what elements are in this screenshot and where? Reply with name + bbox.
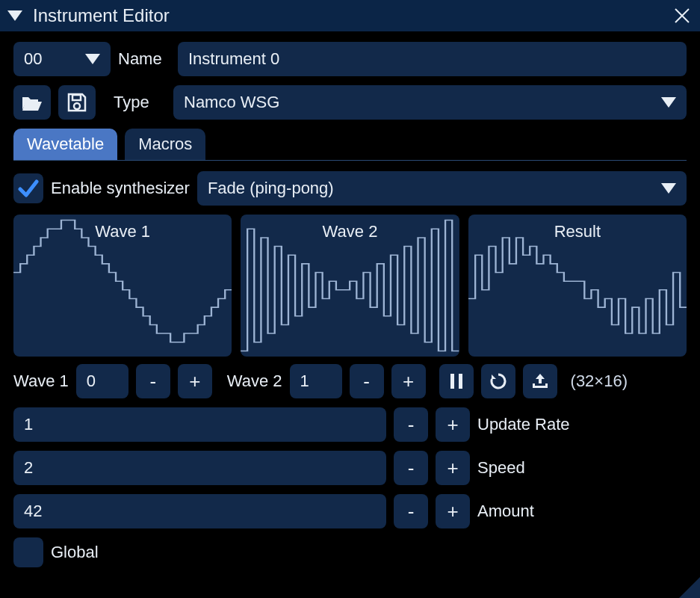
instrument-number-value: 00 bbox=[24, 49, 42, 69]
restart-icon bbox=[489, 372, 507, 390]
speed-label: Speed bbox=[477, 458, 687, 478]
wave1-plot bbox=[13, 215, 232, 357]
svg-rect-6 bbox=[545, 383, 548, 386]
global-checkbox[interactable] bbox=[13, 537, 43, 567]
save-button[interactable] bbox=[58, 85, 96, 120]
speed-minus-button[interactable]: - bbox=[394, 451, 428, 485]
wave-dims: (32×16) bbox=[571, 372, 628, 391]
svg-rect-3 bbox=[459, 374, 462, 389]
svg-rect-5 bbox=[533, 383, 535, 386]
global-label: Global bbox=[51, 543, 99, 562]
upload-icon bbox=[531, 372, 549, 390]
tab-macros[interactable]: Macros bbox=[125, 129, 205, 160]
amount-plus-button[interactable]: + bbox=[436, 494, 470, 528]
collapse-toggle[interactable] bbox=[7, 6, 22, 25]
wave1-value-input[interactable]: 0 bbox=[76, 364, 128, 398]
result-preview[interactable]: Result bbox=[468, 215, 687, 357]
wave1-label: Wave 1 bbox=[13, 372, 69, 391]
name-label: Name bbox=[118, 49, 170, 69]
amount-minus-button[interactable]: - bbox=[394, 494, 428, 528]
wave2-plot bbox=[241, 215, 459, 357]
upload-button[interactable] bbox=[523, 364, 557, 398]
type-label: Type bbox=[114, 93, 166, 112]
type-value: Namco WSG bbox=[184, 93, 279, 112]
wave1-plus-button[interactable]: + bbox=[178, 364, 212, 398]
wave1-value: 0 bbox=[87, 372, 96, 391]
amount-label: Amount bbox=[477, 502, 687, 521]
chevron-down-icon bbox=[661, 93, 676, 112]
instrument-number-select[interactable]: 00 bbox=[13, 42, 111, 76]
window-title: Instrument Editor bbox=[33, 5, 672, 26]
wave2-label: Wave 2 bbox=[227, 372, 282, 391]
tab-bar: Wavetable Macros bbox=[13, 129, 687, 161]
update-rate-minus-button[interactable]: - bbox=[394, 407, 428, 442]
tab-wavetable[interactable]: Wavetable bbox=[13, 129, 117, 160]
amount-input[interactable]: 42 bbox=[13, 494, 386, 528]
wave1-preview[interactable]: Wave 1 bbox=[13, 215, 232, 357]
enable-synth-checkbox[interactable] bbox=[13, 173, 43, 203]
update-rate-value: 1 bbox=[24, 415, 33, 434]
update-rate-plus-button[interactable]: + bbox=[436, 407, 470, 442]
wave2-value: 1 bbox=[300, 372, 309, 391]
check-icon bbox=[17, 177, 40, 200]
enable-synth-label: Enable synthesizer bbox=[51, 179, 190, 198]
wave1-minus-button[interactable]: - bbox=[136, 364, 170, 398]
close-button[interactable] bbox=[672, 5, 693, 26]
speed-input[interactable]: 2 bbox=[13, 451, 386, 485]
name-input[interactable]: Instrument 0 bbox=[178, 42, 687, 76]
pause-button[interactable] bbox=[439, 364, 474, 398]
name-value: Instrument 0 bbox=[188, 49, 279, 69]
restart-button[interactable] bbox=[481, 364, 515, 398]
update-rate-input[interactable]: 1 bbox=[13, 407, 386, 442]
svg-rect-0 bbox=[72, 95, 81, 100]
wave2-value-input[interactable]: 1 bbox=[290, 364, 342, 398]
update-rate-label: Update Rate bbox=[477, 415, 687, 434]
speed-plus-button[interactable]: + bbox=[436, 451, 470, 485]
svg-point-1 bbox=[74, 103, 80, 109]
svg-rect-2 bbox=[450, 374, 454, 389]
save-icon bbox=[67, 93, 87, 112]
titlebar: Instrument Editor bbox=[0, 0, 700, 31]
chevron-down-icon bbox=[85, 49, 100, 69]
type-select[interactable]: Namco WSG bbox=[173, 85, 687, 120]
synth-mode-value: Fade (ping-pong) bbox=[208, 179, 334, 198]
resize-grip[interactable] bbox=[679, 577, 700, 598]
svg-rect-4 bbox=[533, 386, 548, 388]
chevron-down-icon bbox=[661, 179, 676, 198]
result-plot bbox=[468, 215, 687, 357]
pause-icon bbox=[449, 373, 464, 389]
wave2-plus-button[interactable]: + bbox=[391, 364, 426, 398]
speed-value: 2 bbox=[24, 458, 33, 478]
open-button[interactable] bbox=[13, 85, 51, 120]
wave2-minus-button[interactable]: - bbox=[350, 364, 384, 398]
synth-mode-select[interactable]: Fade (ping-pong) bbox=[197, 171, 687, 206]
wave2-preview[interactable]: Wave 2 bbox=[241, 215, 459, 357]
amount-value: 42 bbox=[24, 502, 42, 521]
folder-open-icon bbox=[22, 93, 43, 111]
